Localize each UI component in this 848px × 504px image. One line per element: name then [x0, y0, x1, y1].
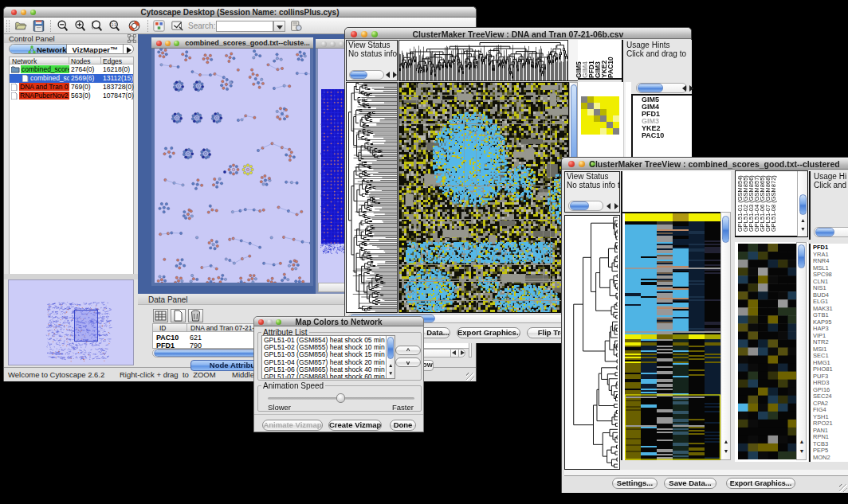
- svg-text:1:1: 1:1: [111, 23, 116, 27]
